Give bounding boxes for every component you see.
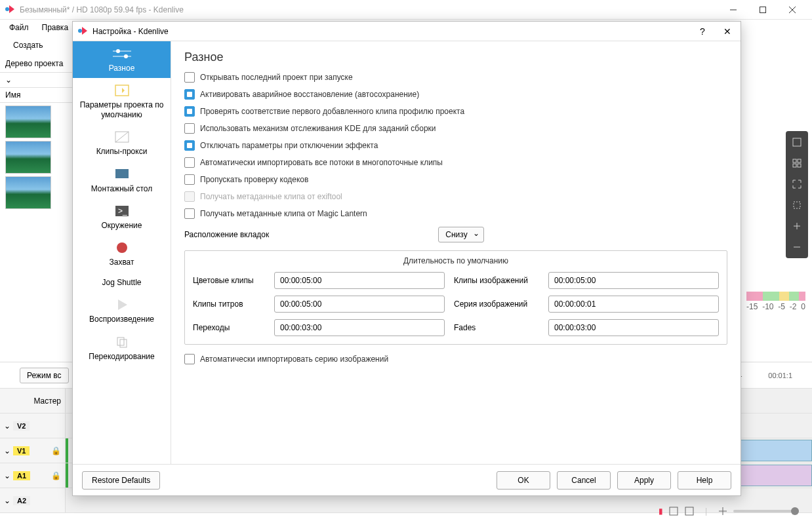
copy-icon bbox=[113, 335, 131, 349]
category-timeline[interactable]: Монтажный стол bbox=[73, 162, 171, 199]
scale-label: 0 bbox=[801, 302, 805, 311]
close-button[interactable] bbox=[777, 0, 807, 20]
track-a2-label[interactable]: A2 bbox=[13, 496, 30, 505]
cancel-button[interactable]: Cancel bbox=[557, 471, 611, 490]
svg-point-28 bbox=[117, 242, 127, 253]
menu-edit[interactable]: Правка bbox=[35, 22, 75, 33]
check-label: Открывать последний проект при запуске bbox=[200, 73, 353, 82]
play-icon bbox=[113, 298, 131, 312]
record-icon bbox=[113, 240, 131, 255]
checkbox-kde-tracking[interactable] bbox=[184, 123, 195, 134]
image-clip-label: Клипы изображений bbox=[454, 276, 539, 285]
track-a1-label[interactable]: A1 bbox=[13, 471, 30, 480]
fades-input[interactable] bbox=[548, 319, 719, 336]
transitions-input[interactable] bbox=[274, 319, 445, 336]
track-v1-label[interactable]: V1 bbox=[13, 446, 30, 455]
image-clip-input[interactable] bbox=[548, 272, 719, 289]
tool-icon[interactable] bbox=[684, 506, 695, 516]
scale-label: -2 bbox=[790, 302, 797, 311]
checkbox-skip-codec-check[interactable] bbox=[184, 174, 195, 185]
transitions-label: Переходы bbox=[193, 323, 265, 332]
page-title: Разное bbox=[184, 50, 727, 64]
track-chevron-icon[interactable]: ⌄ bbox=[4, 446, 10, 455]
category-playback[interactable]: Воспроизведение bbox=[73, 292, 171, 329]
checkbox-auto-import-streams[interactable] bbox=[184, 157, 195, 168]
category-label: Разное bbox=[75, 64, 168, 73]
tabs-position-select[interactable]: Снизу bbox=[438, 227, 483, 242]
track-v2-label[interactable]: V2 bbox=[13, 421, 30, 431]
marker-icon[interactable]: ▮ bbox=[659, 507, 663, 516]
dialog-help-icon[interactable]: ? bbox=[695, 24, 710, 39]
image-seq-label: Серия изображений bbox=[454, 299, 539, 309]
category-label: Захват bbox=[75, 258, 168, 267]
dialog-titlebar: Настройка - Kdenlive ? ✕ bbox=[73, 22, 741, 41]
zoom-slider[interactable] bbox=[733, 510, 799, 512]
sliders-icon bbox=[113, 47, 131, 61]
checkbox-autosave[interactable] bbox=[184, 89, 195, 100]
clip-thumbnail[interactable] bbox=[5, 141, 51, 174]
proxy-icon bbox=[113, 130, 131, 144]
title-clip-input[interactable] bbox=[274, 296, 445, 313]
track-chevron-icon[interactable]: ⌄ bbox=[4, 496, 10, 505]
maximize-button[interactable] bbox=[748, 0, 777, 20]
category-project-defaults[interactable]: Параметры проекта по умолчанию bbox=[73, 78, 171, 125]
main-titlebar: Безымянный* / HD 1080p 59.94 fps - Kdenl… bbox=[0, 0, 812, 20]
master-label: Мастер bbox=[33, 396, 61, 406]
zoom-in-icon[interactable] bbox=[790, 219, 804, 233]
checkbox-disable-params[interactable] bbox=[184, 140, 195, 151]
window-title: Безымянный* / HD 1080p 59.94 fps - Kdenl… bbox=[20, 5, 718, 14]
check-label: Использовать механизм отслеживания KDE д… bbox=[200, 124, 436, 133]
checkbox-auto-import-seq[interactable] bbox=[184, 354, 195, 364]
dialog-close-icon[interactable]: ✕ bbox=[720, 24, 735, 39]
category-label: Воспроизведение bbox=[75, 315, 168, 324]
check-label: Пропускать проверку кодеков bbox=[200, 175, 308, 184]
checkbox-open-last[interactable] bbox=[184, 72, 195, 83]
help-button[interactable]: Help bbox=[678, 471, 731, 490]
checkbox-check-profile[interactable] bbox=[184, 106, 195, 117]
track-chevron-icon[interactable]: ⌄ bbox=[4, 421, 10, 431]
category-misc[interactable]: Разное bbox=[73, 41, 171, 78]
checkbox-magic-lantern[interactable] bbox=[184, 208, 195, 219]
tool-icon[interactable] bbox=[718, 506, 728, 516]
group-title: Длительность по умолчанию bbox=[193, 256, 719, 265]
svg-rect-14 bbox=[685, 507, 693, 515]
lock-icon[interactable]: 🔒 bbox=[51, 446, 61, 455]
ok-button[interactable]: OK bbox=[497, 471, 550, 490]
category-transcode[interactable]: Перекодирование bbox=[73, 330, 171, 366]
category-capture[interactable]: Захват bbox=[73, 235, 171, 272]
check-label: Получать метаданные клипа от exiftool bbox=[200, 192, 342, 201]
minimize-button[interactable] bbox=[718, 0, 748, 20]
image-seq-input[interactable] bbox=[548, 296, 719, 313]
check-label: Проверять соответствие первого добавленн… bbox=[200, 107, 464, 116]
clip-thumbnail[interactable] bbox=[5, 176, 51, 209]
track-chevron-icon[interactable]: ⌄ bbox=[4, 471, 10, 480]
grid-icon[interactable] bbox=[790, 156, 804, 170]
svg-rect-9 bbox=[794, 202, 800, 208]
category-environment[interactable]: >_ Окружение bbox=[73, 199, 171, 235]
settings-dialog: Настройка - Kdenlive ? ✕ Разное Параметр… bbox=[72, 21, 741, 496]
snap-icon[interactable] bbox=[668, 506, 679, 516]
color-clip-input[interactable] bbox=[274, 272, 445, 289]
category-jog-shuttle[interactable]: Jog Shuttle bbox=[73, 273, 171, 292]
zoom-out-icon[interactable] bbox=[790, 240, 804, 254]
expand-icon[interactable] bbox=[790, 177, 804, 191]
svg-rect-8 bbox=[798, 164, 801, 167]
svg-rect-25 bbox=[115, 169, 129, 178]
lock-icon[interactable]: 🔒 bbox=[51, 471, 61, 480]
chevron-down-icon[interactable]: ⌄ bbox=[5, 75, 12, 85]
check-label: Активировать аварийное восстановление (а… bbox=[200, 90, 419, 99]
fullscreen-icon[interactable] bbox=[790, 135, 804, 149]
fades-label: Fades bbox=[454, 323, 539, 332]
create-button[interactable]: Создать bbox=[7, 38, 50, 52]
apply-button[interactable]: Apply bbox=[617, 471, 671, 490]
mode-button[interactable]: Режим вс bbox=[20, 368, 69, 383]
restore-defaults-button[interactable]: Restore Defaults bbox=[82, 471, 160, 490]
check-label: Получать метаданные клипа от Magic Lante… bbox=[200, 209, 367, 218]
project-icon bbox=[113, 83, 131, 98]
clip-thumbnail[interactable] bbox=[5, 106, 51, 138]
monitor-toolbar bbox=[786, 131, 808, 258]
fit-icon[interactable] bbox=[790, 198, 804, 212]
menu-file[interactable]: Файл bbox=[3, 22, 35, 33]
category-proxy[interactable]: Клипы-прокси bbox=[73, 125, 171, 161]
svg-line-24 bbox=[115, 132, 129, 142]
